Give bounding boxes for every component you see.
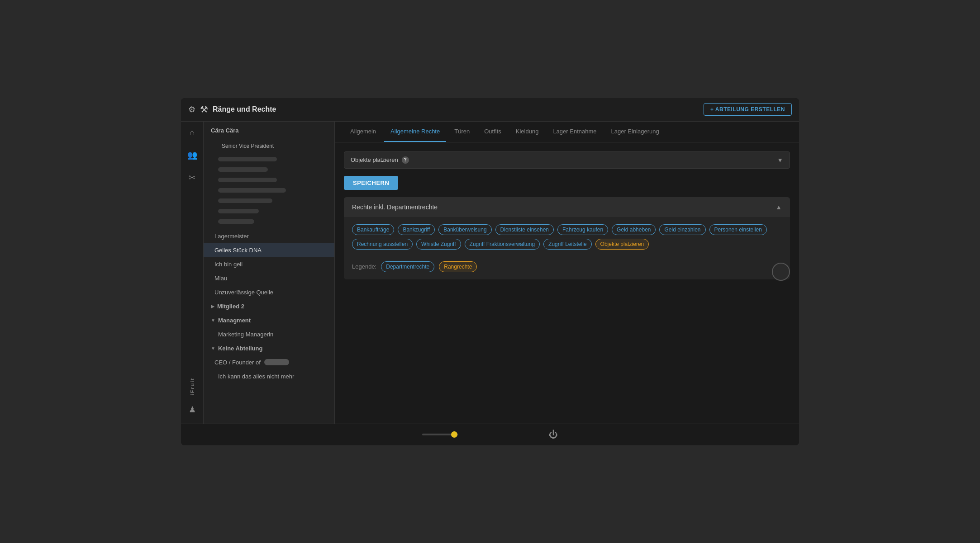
sidebar-item-miau[interactable]: Miau	[204, 271, 334, 285]
sidebar-item-ich-bin-geil[interactable]: Ich bin geil	[204, 257, 334, 271]
circle-indicator	[772, 263, 790, 281]
tab-outfits[interactable]: Outfits	[478, 122, 508, 142]
top-bar-left: ⚙ ⚒ Ränge und Rechte	[188, 104, 276, 115]
people-icon[interactable]: 👥	[186, 148, 199, 162]
senior-vp-area: Senior Vice President	[204, 136, 334, 229]
chevron-up-icon: ▲	[775, 203, 782, 211]
senior-vp-label: Senior Vice President	[214, 139, 327, 153]
slider-track	[422, 434, 458, 435]
ceo-tag-badge	[264, 359, 289, 365]
tab-turen[interactable]: Türen	[448, 122, 476, 142]
rights-panel-header[interactable]: Rechte inkl. Departmentrechte ▲	[344, 197, 790, 217]
right-tag-rechnung[interactable]: Rechnung ausstellen	[352, 239, 413, 250]
app-window: ⚙ ⚒ Ränge und Rechte + ABTEILUNG ERSTELL…	[181, 98, 799, 445]
page-title: Ränge und Rechte	[213, 105, 276, 113]
placeholder-bar-5	[214, 197, 327, 205]
tab-lager-einlagerung[interactable]: Lager Einlagerung	[605, 122, 666, 142]
rights-tags-container: Bankaufträge Bankzugriff Banküberweisung…	[344, 217, 790, 257]
tab-lager-entnahme[interactable]: Lager Entnahme	[547, 122, 603, 142]
sidebar-item-lagermeister[interactable]: Lagermeister	[204, 229, 334, 243]
volume-slider[interactable]	[422, 434, 458, 435]
chevron-down-icon: ▼	[777, 156, 783, 164]
placeholder-bar-3	[214, 176, 327, 184]
power-icon[interactable]: ⏻	[549, 430, 558, 440]
right-tag-objekte-platzieren[interactable]: Objekte platzieren	[595, 239, 649, 250]
tab-allgemeine-rechte[interactable]: Allgemeine Rechte	[384, 122, 446, 142]
character-icon[interactable]: ♟	[187, 403, 198, 416]
main-layout: ⌂ 👥 ✂ iFruit ♟ Cära Cära Senior Vice Pre…	[181, 122, 799, 424]
tab-allgemein[interactable]: Allgemein	[344, 122, 382, 142]
right-tag-geld-einzahlen[interactable]: Geld einzahlen	[659, 224, 705, 235]
dropdown-row-left: Objekte platzieren ?	[351, 156, 409, 164]
sidebar-item-ich-kann[interactable]: Ich kann das alles nicht mehr	[204, 369, 334, 383]
sidebar-dept-keine-abteilung[interactable]: ▼ Keine Abteilung	[204, 341, 334, 355]
sidebar-item-ceo-founder[interactable]: CEO / Founder of	[204, 355, 334, 369]
rights-panel: Rechte inkl. Departmentrechte ▲ Bankauft…	[344, 197, 790, 279]
crossed-tools-icon: ⚒	[200, 104, 208, 115]
sidebar-item-geiles-stuck-dna[interactable]: Geiles Stück DNA	[204, 243, 334, 257]
sidebar-icons: ⌂ 👥 ✂ iFruit ♟	[181, 122, 204, 424]
placeholder-bar-6	[214, 207, 327, 215]
ifruit-logo: iFruit	[190, 378, 195, 396]
legend-row: Legende: Departmentrechte Rangrechte	[344, 257, 790, 279]
right-tag-bankzugriff[interactable]: Bankzugriff	[398, 224, 435, 235]
right-tag-dienstliste[interactable]: Dienstliste einsehen	[495, 224, 554, 235]
legend-label: Legende:	[352, 263, 376, 270]
sidebar-list: Cära Cära Senior Vice President	[204, 122, 335, 424]
add-department-button[interactable]: + ABTEILUNG ERSTELLEN	[704, 103, 792, 116]
legend-dept-tag: Departmentrechte	[381, 261, 434, 272]
placeholder-bar-2	[214, 165, 327, 174]
right-tag-fraktionsverwaltung[interactable]: Zugriff Fraktionsverwaltung	[465, 239, 540, 250]
content-area: Objekte platzieren ? ▼ SPEICHERN Rechte …	[335, 142, 799, 288]
tab-kleidung[interactable]: Kleidung	[509, 122, 545, 142]
right-tag-geld-abheben[interactable]: Geld abheben	[612, 224, 656, 235]
dropdown-label: Objekte platzieren	[351, 156, 398, 163]
sidebar-item-marketing-managerin[interactable]: Marketing Managerin	[204, 327, 334, 341]
chevron-right-icon: ▶	[211, 304, 214, 309]
top-bar-right: + ABTEILUNG ERSTELLEN	[704, 103, 792, 116]
save-button[interactable]: SPEICHERN	[344, 176, 398, 190]
right-tag-personen[interactable]: Personen einstellen	[709, 224, 767, 235]
home-icon[interactable]: ⌂	[188, 126, 196, 139]
right-tag-bankauftrage[interactable]: Bankaufträge	[352, 224, 394, 235]
help-icon: ?	[402, 156, 409, 164]
legend-rang-tag: Rangrechte	[439, 261, 477, 272]
main-content: Allgemein Allgemeine Rechte Türen Outfit…	[335, 122, 799, 424]
bottom-bar: ⏻	[181, 424, 799, 445]
tabs-bar: Allgemein Allgemeine Rechte Türen Outfit…	[335, 122, 799, 142]
placeholder-bar-4	[214, 186, 327, 194]
top-bar: ⚙ ⚒ Ränge und Rechte + ABTEILUNG ERSTELL…	[181, 98, 799, 122]
sidebar-item-unzuverlassige-quelle[interactable]: Unzuverlässige Quelle	[204, 285, 334, 299]
sidebar-dept-managment[interactable]: ▼ Managment	[204, 313, 334, 327]
objekte-dropdown[interactable]: Objekte platzieren ? ▼	[344, 151, 790, 169]
right-tag-leitstelle[interactable]: Zugriff Leitstelle	[543, 239, 592, 250]
right-tag-whistle[interactable]: Whistle Zugriff	[416, 239, 461, 250]
sidebar-section-name: Cära Cära	[204, 122, 334, 136]
right-tag-bankuberweisung[interactable]: Banküberweisung	[438, 224, 491, 235]
right-tag-fahrzeug[interactable]: Fahrzeug kaufen	[557, 224, 608, 235]
sidebar-bottom: iFruit ♟	[187, 378, 198, 424]
tools-icon[interactable]: ✂	[187, 171, 197, 184]
slider-thumb	[451, 431, 457, 438]
sidebar-dept-mitglied2[interactable]: ▶ Mitglied 2	[204, 299, 334, 313]
placeholder-bar-1	[214, 155, 327, 163]
placeholder-bar-7	[214, 217, 327, 226]
chevron-down-icon-keine: ▼	[211, 346, 215, 351]
gear-icon[interactable]: ⚙	[188, 104, 195, 114]
rights-panel-title: Rechte inkl. Departmentrechte	[352, 203, 438, 211]
chevron-down-icon-managment: ▼	[211, 318, 215, 323]
